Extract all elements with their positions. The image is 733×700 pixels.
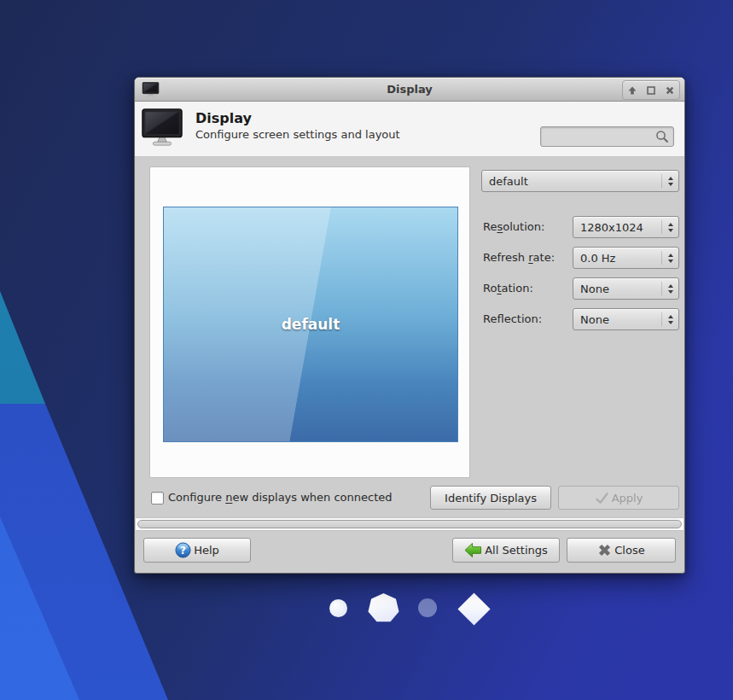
apply-button[interactable]: Apply <box>558 486 679 510</box>
refresh-rate-combo[interactable]: 0.0 Hz <box>573 247 679 269</box>
resolution-combo[interactable]: 1280x1024 <box>573 216 679 238</box>
arrow-down-icon <box>668 321 673 324</box>
arrow-down-icon <box>668 183 673 186</box>
rotation-label: Rotation: <box>483 277 533 300</box>
search-box <box>540 126 674 147</box>
arrow-down-icon <box>668 290 673 294</box>
spinner-arrows-icon[interactable] <box>661 220 673 234</box>
arrow-down-icon <box>668 229 673 232</box>
arrow-up-icon <box>668 177 673 180</box>
close-button[interactable]: Close <box>567 538 676 563</box>
cross-icon <box>665 85 675 96</box>
refresh-rate-value: 0.0 Hz <box>580 252 661 265</box>
arrow-up-icon <box>668 254 673 257</box>
rotation-combo[interactable]: None <box>573 277 679 300</box>
spinner-arrows-icon[interactable] <box>661 312 673 326</box>
display-preview-label: default <box>282 316 340 333</box>
layout-canvas[interactable]: default <box>149 166 470 478</box>
configure-new-displays-label[interactable]: Configure new displays when connected <box>168 486 393 510</box>
display-selector[interactable]: default <box>481 170 679 192</box>
help-button[interactable]: ? Help <box>143 538 251 563</box>
resolution-label: Resolution: <box>483 216 544 238</box>
dialog-content: default default Resolution: 1280x1024 Re… <box>135 157 684 530</box>
monitor-icon <box>142 108 183 147</box>
all-settings-button[interactable]: All Settings <box>452 538 560 563</box>
gray-cross-icon <box>597 543 612 557</box>
spinner-arrows-icon[interactable] <box>661 174 673 188</box>
magnifier-icon <box>655 130 669 143</box>
desktop-shape-dot <box>418 598 437 617</box>
desktop-shape-heptagon <box>368 593 399 623</box>
arrow-up-icon <box>668 223 673 226</box>
shade-button[interactable] <box>623 81 642 99</box>
header-text: Display Configure screen settings and la… <box>195 110 400 143</box>
resolution-value: 1280x1024 <box>580 221 661 234</box>
spinner-arrows-icon[interactable] <box>661 282 673 295</box>
desktop-shape-diamond <box>457 592 490 625</box>
reflection-label: Reflection: <box>483 308 542 330</box>
display-settings-window: Display <box>134 77 685 574</box>
green-left-arrow-icon <box>464 542 482 558</box>
arrow-down-icon <box>668 260 673 263</box>
square-outline-icon <box>646 85 656 96</box>
spinner-arrows-icon[interactable] <box>661 251 673 265</box>
arrow-up-icon <box>668 315 673 318</box>
maximize-button[interactable] <box>642 81 660 99</box>
reflection-combo[interactable]: None <box>573 308 679 330</box>
close-window-button[interactable] <box>660 81 679 99</box>
up-arrow-icon <box>627 85 637 96</box>
configure-new-displays-checkbox[interactable] <box>151 492 164 505</box>
checkmark-icon <box>595 492 609 505</box>
refresh-rate-label: Refresh rate: <box>483 247 555 269</box>
arrow-up-icon <box>668 284 673 288</box>
window-title: Display <box>135 78 684 101</box>
page-subtitle: Configure screen settings and layout <box>195 127 400 143</box>
reflection-value: None <box>580 313 661 326</box>
window-controls <box>622 80 680 100</box>
titlebar[interactable]: Display <box>135 78 684 102</box>
desktop-shape-circle <box>329 599 347 617</box>
display-preview[interactable]: default <box>163 207 458 442</box>
display-selector-value: default <box>489 175 661 188</box>
rotation-value: None <box>580 283 661 295</box>
page-title: Display <box>195 110 400 127</box>
dialog-footer: ? Help All Settings Close <box>135 527 684 573</box>
question-mark-circle-icon: ? <box>175 542 191 558</box>
identify-displays-button[interactable]: Identify Displays <box>430 486 551 510</box>
svg-text:?: ? <box>180 544 186 556</box>
search-input[interactable] <box>540 126 674 147</box>
dialog-header: Display Configure screen settings and la… <box>135 102 684 157</box>
